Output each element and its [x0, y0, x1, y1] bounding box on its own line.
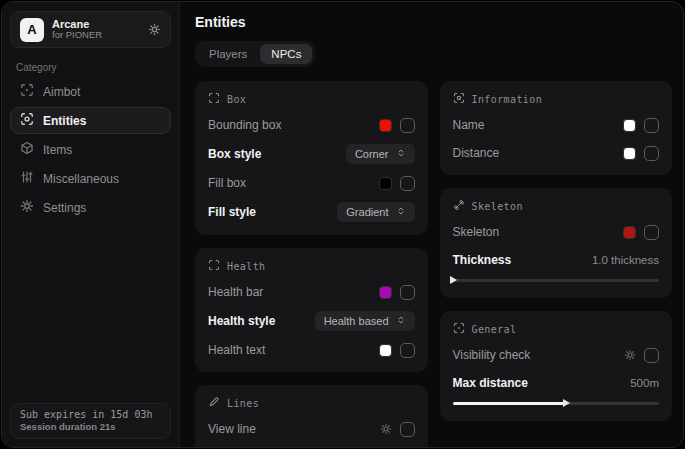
card-title: Health — [227, 261, 266, 272]
name-color-swatch[interactable] — [623, 119, 636, 132]
distance-checkbox[interactable] — [644, 146, 659, 161]
app-subtitle: for PIONER — [52, 30, 140, 41]
fill-box-row: Fill box — [208, 174, 415, 192]
crosshair-scan-icon — [453, 322, 465, 336]
information-card: Information Name Distance — [440, 81, 673, 175]
sidebar-item-entities[interactable]: Entities — [10, 107, 171, 134]
row-label: Max distance — [453, 376, 528, 390]
page-title: Entities — [195, 14, 672, 30]
gear-icon[interactable] — [624, 349, 636, 361]
thickness-slider[interactable] — [453, 276, 660, 285]
row-label: Bounding box — [208, 118, 281, 132]
distance-color-swatch[interactable] — [623, 147, 636, 160]
box-card: Box Bounding box Box style Corner — [195, 81, 428, 235]
chevrons-up-down-icon — [396, 148, 406, 160]
max-distance-slider[interactable] — [453, 399, 660, 408]
sidebar-item-label: Aimbot — [43, 85, 80, 99]
health-text-checkbox[interactable] — [400, 343, 415, 358]
app-window: A Arcane for PIONER Category Aimbot Enti… — [1, 1, 684, 448]
card-title: Box — [227, 94, 246, 105]
sidebar-item-label: Miscellaneous — [43, 172, 119, 186]
skeleton-color-swatch[interactable] — [623, 226, 636, 239]
gear-icon — [20, 199, 34, 216]
row-label: Fill style — [208, 205, 256, 219]
logo-letter: A — [27, 22, 36, 37]
sidebar-item-items[interactable]: Items — [10, 136, 171, 163]
sub-expiry-text: Sub expires in 15d 03h — [20, 409, 161, 420]
sidebar-item-miscellaneous[interactable]: Miscellaneous — [10, 165, 171, 192]
health-bar-color-swatch[interactable] — [379, 286, 392, 299]
row-label: Skeleton — [453, 225, 500, 239]
slider-thumb[interactable] — [450, 276, 457, 284]
skeleton-checkbox[interactable] — [644, 225, 659, 240]
chevrons-up-down-icon — [396, 315, 406, 327]
card-title: Information — [472, 94, 543, 105]
skeleton-row: Skeleton — [453, 223, 660, 241]
fill-style-row: Fill style Gradient — [208, 202, 415, 222]
health-text-color-swatch[interactable] — [379, 344, 392, 357]
lines-card: Lines View line Line to enemy — [195, 385, 428, 447]
crosshair-scan-icon — [20, 83, 34, 100]
card-title: Lines — [227, 398, 259, 409]
card-title: Skeleton — [472, 201, 523, 212]
row-label: Distance — [453, 146, 500, 160]
sidebar-item-aimbot[interactable]: Aimbot — [10, 78, 171, 105]
box-style-row: Box style Corner — [208, 144, 415, 164]
row-label: Health style — [208, 314, 275, 328]
app-logo: A — [20, 18, 44, 42]
sidebar: A Arcane for PIONER Category Aimbot Enti… — [2, 2, 180, 447]
fill-style-select[interactable]: Gradient — [337, 202, 414, 222]
pencil-icon — [208, 396, 220, 410]
scan-eye-icon — [20, 112, 34, 129]
tab-npcs[interactable]: NPCs — [260, 44, 312, 64]
scan-eye-icon — [453, 92, 465, 106]
health-style-row: Health style Health based — [208, 311, 415, 331]
view-line-checkbox[interactable] — [400, 422, 415, 437]
general-card: General Visibility check Max distance 50… — [440, 311, 673, 421]
bounding-box-color-swatch[interactable] — [379, 119, 392, 132]
visibility-check-row: Visibility check — [453, 346, 660, 364]
skeleton-card: Skeleton Skeleton Thickness 1.0 thicknes… — [440, 188, 673, 298]
box-style-select[interactable]: Corner — [346, 144, 415, 164]
thickness-value: 1.0 thickness — [592, 254, 659, 266]
category-label: Category — [16, 62, 179, 73]
sliders-icon — [20, 170, 34, 187]
sidebar-nav: Aimbot Entities Items Miscellaneous Sett… — [2, 77, 179, 222]
tab-players[interactable]: Players — [198, 44, 258, 64]
row-label: Thickness — [453, 253, 512, 267]
name-checkbox[interactable] — [644, 118, 659, 133]
row-label: Fill box — [208, 176, 246, 190]
bounding-box-row: Bounding box — [208, 116, 415, 134]
sidebar-item-label: Entities — [43, 114, 86, 128]
slider-thumb[interactable] — [563, 399, 570, 407]
bounding-box-checkbox[interactable] — [400, 118, 415, 133]
main-content: Entities Players NPCs Box Bounding box — [180, 2, 683, 447]
package-icon — [20, 141, 34, 158]
health-bar-row: Health bar — [208, 283, 415, 301]
subscription-status: Sub expires in 15d 03h Session duration … — [10, 403, 171, 439]
select-value: Gradient — [346, 206, 388, 218]
select-value: Health based — [324, 315, 389, 327]
max-distance-value: 500m — [630, 377, 659, 389]
row-label: Box style — [208, 147, 261, 161]
health-card: Health Health bar Health style Health ba… — [195, 248, 428, 372]
gear-icon[interactable] — [380, 423, 392, 435]
gear-icon[interactable] — [148, 23, 161, 36]
row-label: View line — [208, 422, 256, 436]
fill-box-color-swatch[interactable] — [379, 177, 392, 190]
sidebar-item-label: Settings — [43, 201, 86, 215]
row-label: Health bar — [208, 285, 263, 299]
view-line-row: View line — [208, 420, 415, 438]
distance-row: Distance — [453, 144, 660, 162]
fill-box-checkbox[interactable] — [400, 176, 415, 191]
select-value: Corner — [355, 148, 389, 160]
health-bar-checkbox[interactable] — [400, 285, 415, 300]
entity-tabs: Players NPCs — [195, 41, 315, 67]
row-label: Health text — [208, 343, 265, 357]
visibility-check-checkbox[interactable] — [644, 348, 659, 363]
scan-icon — [208, 259, 220, 273]
brand-card: A Arcane for PIONER — [10, 11, 171, 48]
sidebar-item-settings[interactable]: Settings — [10, 194, 171, 221]
health-style-select[interactable]: Health based — [315, 311, 415, 331]
row-label: Name — [453, 118, 485, 132]
